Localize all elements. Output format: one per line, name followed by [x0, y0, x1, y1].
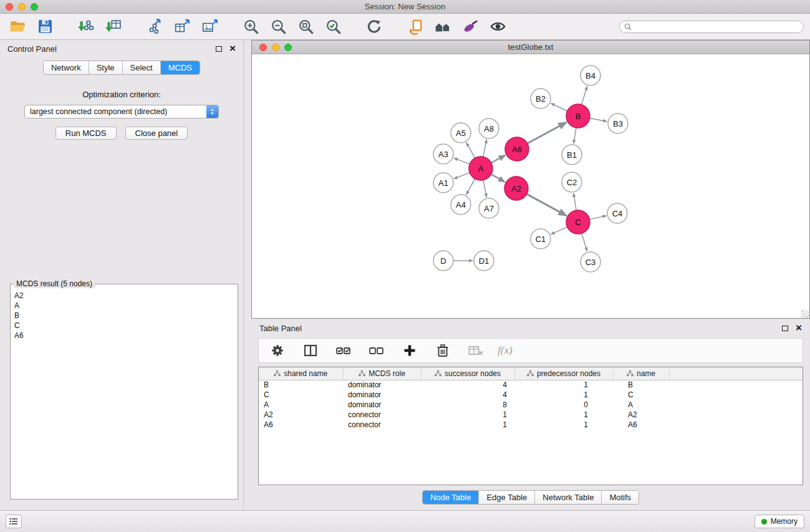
column-label: successor nodes — [445, 369, 501, 378]
edge-B-B3[interactable] — [590, 118, 607, 122]
edge-A-A1[interactable] — [454, 173, 470, 179]
export-network-icon[interactable] — [143, 17, 166, 36]
memory-button[interactable]: Memory — [755, 515, 804, 528]
save-session-icon[interactable] — [34, 17, 56, 36]
tab-mcds[interactable]: MCDS — [161, 61, 200, 74]
zoom-fit-icon[interactable] — [294, 17, 317, 36]
attribute-icon — [274, 370, 281, 377]
delete-column-icon[interactable] — [432, 341, 454, 360]
columns-icon[interactable] — [299, 341, 322, 360]
import-table-icon[interactable] — [102, 17, 125, 36]
zoom-in-icon[interactable] — [239, 17, 262, 36]
zoom-window-button[interactable] — [31, 3, 38, 11]
memory-status-icon — [761, 519, 767, 525]
attribute-icon — [527, 370, 534, 377]
node-table-row[interactable]: A2connector11A2 — [259, 410, 803, 420]
zoom-out-icon[interactable] — [267, 17, 289, 36]
float-table-panel-icon[interactable] — [782, 326, 788, 331]
tab-node-table[interactable]: Node Table — [423, 491, 480, 504]
edge-A6-B[interactable] — [528, 122, 567, 143]
tab-style[interactable]: Style — [89, 61, 123, 74]
edge-A-A8[interactable] — [483, 140, 487, 157]
tab-network[interactable]: Network — [44, 61, 89, 74]
node-label-A5: A5 — [456, 128, 466, 138]
close-panel-icon[interactable]: × — [229, 45, 236, 52]
attribute-icon — [435, 370, 441, 377]
add-column-icon[interactable] — [398, 341, 421, 360]
node-table-row[interactable]: Adominator80A — [259, 400, 803, 410]
mcds-result-item[interactable]: C — [13, 321, 235, 331]
edge-A-A4[interactable] — [466, 179, 475, 195]
mcds-result-item[interactable]: A2 — [13, 291, 235, 301]
edge-A2-C[interactable] — [527, 194, 567, 216]
column-header-name[interactable]: name — [613, 367, 669, 380]
edge-A-A7[interactable] — [483, 180, 487, 198]
resize-grip[interactable] — [801, 310, 809, 318]
column-header-shared-name[interactable]: shared name — [259, 367, 343, 380]
edge-A-A2[interactable] — [491, 174, 505, 181]
node-table[interactable]: shared name MCDS role successor nodes pr… — [258, 367, 803, 485]
close-table-panel-icon[interactable]: × — [796, 324, 802, 332]
edge-A-A6[interactable] — [491, 155, 506, 163]
node-label-A: A — [478, 164, 484, 173]
export-table-icon[interactable] — [171, 17, 193, 36]
close-window-button[interactable] — [6, 3, 13, 11]
tab-motifs[interactable]: Motifs — [602, 491, 639, 504]
edge-A-A3[interactable] — [454, 158, 470, 164]
function-builder-icon[interactable]: f(x) — [498, 344, 513, 357]
brush-icon[interactable] — [459, 17, 481, 36]
edge-A-A5[interactable] — [466, 143, 475, 158]
tab-network-table[interactable]: Network Table — [535, 491, 602, 504]
houses-icon[interactable] — [432, 17, 454, 36]
network-window-titlebar[interactable]: testGlobe.txt — [252, 41, 809, 54]
network-canvas[interactable]: B4B2BB3A5A8A6B1A3AC2A1A2A4A7C4CC1C3DD1 — [252, 54, 809, 318]
optimization-criterion-select[interactable]: largest connected component (directed) ▲… — [24, 105, 219, 118]
edge-C-C1[interactable] — [551, 227, 567, 235]
run-mcds-button[interactable]: Run MCDS — [55, 127, 117, 140]
node-table-row[interactable]: A6connector11A6 — [259, 420, 803, 430]
edge-B-B2[interactable] — [551, 104, 567, 111]
import-network-icon[interactable] — [75, 17, 97, 36]
network-graph[interactable]: B4B2BB3A5A8A6B1A3AC2A1A2A4A7C4CC1C3DD1 — [252, 54, 809, 318]
tab-edge-table[interactable]: Edge Table — [479, 491, 535, 504]
node-table-row[interactable]: Cdominator41C — [259, 390, 803, 400]
node-label-A4: A4 — [456, 200, 466, 210]
mcds-result-item[interactable]: B — [13, 311, 235, 321]
table-panel-title: Table Panel — [259, 324, 302, 333]
deselect-all-icon[interactable] — [365, 341, 388, 360]
node-label-A1: A1 — [438, 178, 448, 188]
network-minimize-button[interactable] — [272, 44, 279, 51]
search-input[interactable] — [635, 22, 799, 31]
minimize-window-button[interactable] — [18, 3, 26, 11]
select-all-icon[interactable] — [332, 341, 355, 360]
reload-file-icon[interactable] — [404, 17, 427, 36]
edge-B-B1[interactable] — [574, 128, 576, 143]
mcds-result-item[interactable]: A — [13, 301, 235, 311]
edge-C-C2[interactable] — [574, 193, 576, 210]
node-label-B4: B4 — [586, 71, 595, 80]
edge-C-C3[interactable] — [582, 233, 587, 251]
task-history-button[interactable] — [6, 515, 22, 528]
eye-icon[interactable] — [486, 17, 509, 36]
delete-table-icon[interactable] — [465, 341, 487, 360]
column-header-successor-nodes[interactable]: successor nodes — [421, 367, 514, 380]
select-stepper-icon[interactable]: ▲▼ — [206, 105, 218, 118]
gear-icon[interactable] — [266, 341, 289, 360]
open-session-icon[interactable] — [6, 17, 29, 36]
control-panel-header: Control Panel × — [0, 40, 243, 57]
edge-B-B4[interactable] — [582, 86, 587, 105]
export-image-icon[interactable] — [198, 17, 221, 36]
column-header-predecessor-nodes[interactable]: predecessor nodes — [514, 367, 613, 380]
node-table-row[interactable]: Bdominator41B — [259, 380, 803, 390]
column-header-mcds-role[interactable]: MCDS role — [343, 367, 421, 380]
mcds-result-item[interactable]: A6 — [13, 331, 235, 341]
search-field[interactable] — [619, 21, 804, 33]
zoom-selected-icon[interactable] — [322, 17, 344, 36]
network-close-button[interactable] — [259, 44, 267, 51]
edge-C-C4[interactable] — [590, 216, 607, 220]
float-panel-icon[interactable] — [216, 46, 222, 52]
network-zoom-button[interactable] — [284, 44, 292, 51]
refresh-icon[interactable] — [363, 17, 385, 36]
tab-select[interactable]: Select — [123, 61, 161, 74]
close-panel-button[interactable]: Close panel — [125, 127, 188, 140]
